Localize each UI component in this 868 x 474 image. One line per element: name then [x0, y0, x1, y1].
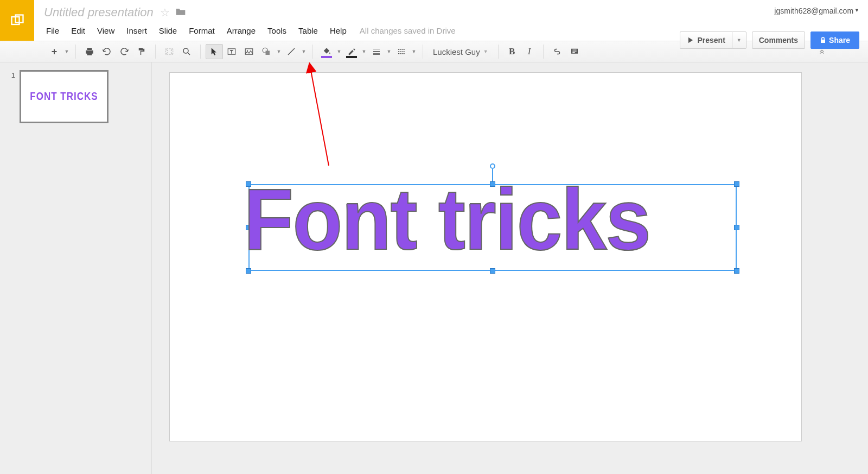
slide-canvas[interactable]: Font tricks — [169, 72, 802, 441]
new-slide-button[interactable]: + — [46, 44, 63, 59]
menu-view[interactable]: View — [92, 24, 120, 37]
tb-group-color: ▼ ▼ ▼ ▼ — [315, 41, 421, 62]
textbox-content[interactable]: Font tricks — [244, 176, 742, 263]
selected-textbox[interactable]: Font tricks — [248, 184, 737, 271]
resize-handle-se[interactable] — [734, 268, 739, 274]
rotation-handle[interactable] — [490, 163, 495, 169]
tb-group-zoom — [157, 41, 199, 62]
star-icon[interactable]: ☆ — [160, 6, 170, 19]
slide-sidebar: 1 FONT TRICKS — [0, 62, 152, 474]
insert-link-button[interactable] — [548, 44, 566, 59]
tb-group-insert: ▼ ▼ — [202, 41, 311, 62]
image-tool[interactable] — [240, 44, 258, 59]
line-color-button[interactable] — [343, 44, 360, 59]
separator — [312, 45, 313, 59]
svg-point-3 — [183, 48, 188, 53]
svg-rect-8 — [266, 51, 270, 55]
fill-color-button[interactable] — [318, 44, 335, 59]
shape-dropdown[interactable]: ▼ — [275, 49, 283, 54]
menu-format[interactable]: Format — [183, 24, 220, 37]
italic-button[interactable]: I — [521, 44, 538, 59]
present-button[interactable]: Present — [680, 31, 731, 49]
menu-file[interactable]: File — [41, 24, 65, 37]
account-dropdown-icon[interactable]: ▼ — [854, 8, 859, 13]
present-button-group: Present ▼ — [680, 31, 746, 49]
shape-tool[interactable] — [258, 44, 275, 59]
zoom-button[interactable] — [178, 44, 195, 59]
header-main: Untitled presentation ☆ File Edit View I… — [34, 0, 671, 41]
tb-group-link — [545, 41, 586, 62]
line-weight-dropdown[interactable]: ▼ — [385, 49, 393, 54]
line-weight-button[interactable] — [368, 44, 385, 59]
new-slide-dropdown[interactable]: ▼ — [63, 49, 71, 54]
fill-color-swatch — [321, 56, 332, 58]
redo-button[interactable] — [116, 44, 133, 59]
menu-arrange[interactable]: Arrange — [221, 24, 261, 37]
canvas-area[interactable]: Font tricks — [152, 62, 868, 474]
tb-group-slide: + ▼ — [42, 41, 74, 62]
slide-number: 1 — [8, 70, 15, 123]
fill-color-dropdown[interactable]: ▼ — [335, 49, 343, 54]
thumb-text: FONT TRICKS — [30, 90, 98, 103]
line-color-dropdown[interactable]: ▼ — [360, 49, 368, 54]
font-selector[interactable]: Luckiest Guy ▼ — [428, 45, 493, 59]
line-dropdown[interactable]: ▼ — [300, 49, 308, 54]
body-area: 1 FONT TRICKS Font tricks — [0, 62, 868, 474]
slide-thumbnail[interactable]: FONT TRICKS — [20, 70, 108, 123]
header-buttons: Present ▼ Comments Share — [680, 31, 859, 49]
folder-icon[interactable] — [175, 7, 186, 19]
paint-format-button[interactable] — [133, 44, 150, 59]
line-color-swatch — [346, 56, 357, 58]
menu-table[interactable]: Table — [293, 24, 323, 37]
line-dash-dropdown[interactable]: ▼ — [410, 49, 418, 54]
separator — [155, 45, 156, 59]
resize-handle-s[interactable] — [490, 268, 495, 274]
separator — [543, 45, 544, 59]
menu-slide[interactable]: Slide — [154, 24, 182, 37]
fit-button[interactable] — [161, 44, 178, 59]
title-row: Untitled presentation ☆ — [41, 0, 671, 22]
tb-group-font: Luckiest Guy ▼ — [425, 41, 496, 62]
undo-button[interactable] — [98, 44, 116, 59]
resize-handle-sw[interactable] — [246, 268, 251, 274]
tb-group-basic — [78, 41, 154, 62]
comments-label: Comments — [759, 36, 798, 45]
header: Untitled presentation ☆ File Edit View I… — [0, 0, 868, 41]
separator — [498, 45, 499, 59]
tb-group-style: B I — [500, 41, 541, 62]
app-logo[interactable] — [0, 0, 34, 41]
line-dash-button[interactable] — [393, 44, 410, 59]
separator — [423, 45, 423, 59]
menu-insert[interactable]: Insert — [121, 24, 152, 37]
menu-edit[interactable]: Edit — [66, 24, 91, 37]
chevron-down-icon: ▼ — [737, 37, 742, 43]
user-email[interactable]: jgsmith628@gmail.com — [774, 5, 853, 15]
separator — [75, 45, 76, 59]
menu-tools[interactable]: Tools — [262, 24, 292, 37]
menu-help[interactable]: Help — [324, 24, 352, 37]
print-button[interactable] — [81, 44, 98, 59]
collapse-toolbar-icon[interactable] — [813, 45, 831, 59]
doc-title[interactable]: Untitled presentation — [41, 4, 157, 21]
header-right: jgsmith628@gmail.com ▼ Present ▼ Comment… — [671, 0, 868, 41]
present-label: Present — [697, 36, 725, 45]
chevron-down-icon: ▼ — [483, 49, 488, 54]
insert-comment-button[interactable] — [566, 44, 583, 59]
line-tool[interactable] — [283, 44, 300, 59]
menu-bar: File Edit View Insert Slide Format Arran… — [41, 22, 671, 39]
share-label: Share — [829, 36, 850, 45]
font-name: Luckiest Guy — [433, 47, 480, 56]
separator — [200, 45, 201, 59]
bold-button[interactable]: B — [503, 44, 521, 59]
save-status: All changes saved in Drive — [360, 26, 456, 35]
select-tool[interactable] — [206, 44, 223, 59]
comments-button[interactable]: Comments — [752, 31, 805, 49]
textbox-tool[interactable] — [223, 44, 240, 59]
slide-thumb-1[interactable]: 1 FONT TRICKS — [8, 70, 144, 123]
present-dropdown[interactable]: ▼ — [732, 31, 746, 49]
